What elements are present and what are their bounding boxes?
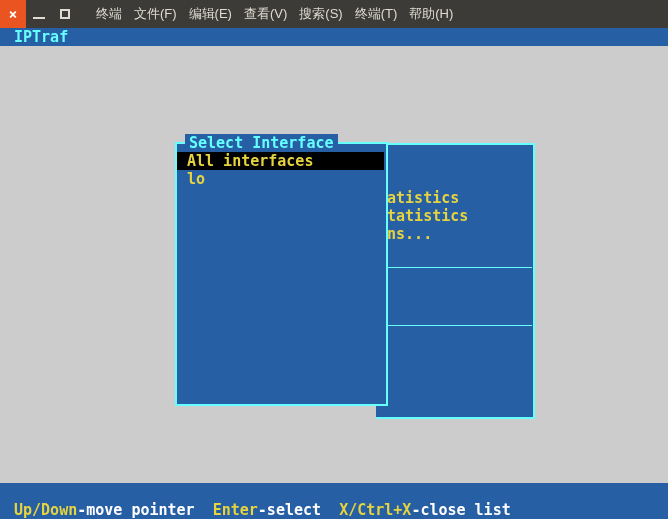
app-title: IPTraf: [0, 28, 668, 46]
window-titlebar: × 终端 文件(F) 编辑(E) 查看(V) 搜索(S) 终端(T) 帮助(H): [0, 0, 668, 28]
interface-list[interactable]: All interfaces lo: [177, 152, 386, 188]
help-close: -close list: [411, 501, 510, 519]
menu-help[interactable]: 帮助(H): [409, 5, 453, 23]
key-enter: Enter: [213, 501, 258, 519]
menu-search[interactable]: 搜索(S): [299, 5, 342, 23]
bg-line-1: tatistics: [376, 189, 533, 207]
bg-line-2: statistics: [376, 207, 533, 225]
maximize-icon[interactable]: [52, 0, 78, 28]
background-menu-panel: tatistics statistics wns...: [376, 143, 535, 419]
key-updown: Up/Down: [14, 501, 77, 519]
close-icon[interactable]: ×: [0, 0, 26, 28]
menu-terminal-label[interactable]: 终端: [96, 5, 122, 23]
panel-divider: [377, 267, 532, 269]
menu-edit[interactable]: 编辑(E): [189, 5, 232, 23]
list-item[interactable]: lo: [177, 170, 386, 188]
footer-blank: [0, 483, 668, 501]
menu-terminal[interactable]: 终端(T): [355, 5, 398, 23]
help-move: -move pointer: [77, 501, 194, 519]
menu-view[interactable]: 查看(V): [244, 5, 287, 23]
menu-file[interactable]: 文件(F): [134, 5, 177, 23]
select-interface-title: Select Interface: [185, 134, 338, 152]
footer-help: Up/Down-move pointer Enter-select X/Ctrl…: [0, 501, 668, 519]
select-interface-box: Select Interface All interfaces lo: [175, 142, 388, 406]
terminal-app: IPTraf tatistics statistics wns... Selec…: [0, 28, 668, 519]
list-item[interactable]: All interfaces: [177, 152, 384, 170]
menu-bar: 终端 文件(F) 编辑(E) 查看(V) 搜索(S) 终端(T) 帮助(H): [96, 5, 453, 23]
key-x: X/Ctrl+X: [339, 501, 411, 519]
panel-divider: [377, 325, 532, 327]
help-select: -select: [258, 501, 321, 519]
window-controls: ×: [0, 0, 78, 28]
minimize-icon[interactable]: [26, 0, 52, 28]
bg-line-3: wns...: [376, 225, 533, 243]
